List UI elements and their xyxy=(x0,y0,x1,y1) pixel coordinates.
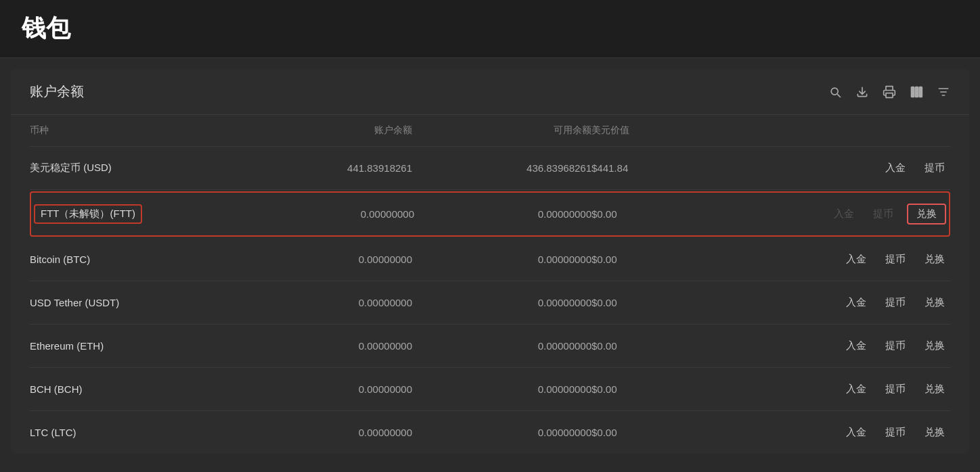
svg-rect-2 xyxy=(915,87,918,97)
exchange-button-eth[interactable]: 兑换 xyxy=(919,337,950,355)
usd-value-ftt: $0.00 xyxy=(592,208,769,220)
svg-rect-1 xyxy=(912,87,914,97)
withdraw-button-eth[interactable]: 提币 xyxy=(880,337,911,355)
available-bch: 0.00000000 xyxy=(412,383,592,395)
table-row-ltc: LTC (LTC) 0.00000000 0.00000000 $0.00 入金… xyxy=(30,411,950,454)
search-icon[interactable] xyxy=(828,85,842,99)
col-header-available: 可用余额 xyxy=(412,124,592,137)
deposit-button-eth[interactable]: 入金 xyxy=(841,337,872,355)
page-title: 钱包 xyxy=(22,12,958,45)
exchange-button-ltc[interactable]: 兑换 xyxy=(919,423,950,442)
columns-icon[interactable] xyxy=(910,85,923,99)
balance-usd: 441.83918261 xyxy=(233,162,412,174)
svg-rect-3 xyxy=(919,87,922,97)
balance-eth: 0.00000000 xyxy=(233,340,412,352)
exchange-button-usdt[interactable]: 兑换 xyxy=(919,293,950,312)
section-header: 账户余额 xyxy=(11,69,969,115)
filter-icon[interactable] xyxy=(937,85,950,99)
deposit-button-usd[interactable]: 入金 xyxy=(880,159,911,177)
withdraw-button-usdt[interactable]: 提币 xyxy=(880,293,911,312)
currency-name-eth: Ethereum (ETH) xyxy=(30,340,233,352)
currency-name-usd: 美元稳定币 (USD) xyxy=(30,162,233,174)
section-title: 账户余额 xyxy=(30,82,84,101)
col-header-currency: 币种 xyxy=(30,124,233,137)
table-row: 美元稳定币 (USD) 441.83918261 436.83968261 $4… xyxy=(30,147,950,190)
deposit-button-btc[interactable]: 入金 xyxy=(841,250,872,268)
page-header: 钱包 xyxy=(0,0,980,58)
usd-value-bch: $0.00 xyxy=(592,383,771,395)
col-header-usd: 美元价值 xyxy=(592,124,771,137)
usd-value-ltc: $0.00 xyxy=(592,427,771,438)
balance-usdt: 0.00000000 xyxy=(233,297,412,308)
actions-btc: 入金 提币 兑换 xyxy=(771,250,950,268)
available-eth: 0.00000000 xyxy=(412,340,592,352)
currency-name-bch: BCH (BCH) xyxy=(30,383,233,395)
deposit-button-ltc[interactable]: 入金 xyxy=(841,423,872,442)
table-row-bch: BCH (BCH) 0.00000000 0.00000000 $0.00 入金… xyxy=(30,368,950,411)
usd-value-btc: $0.00 xyxy=(592,254,771,265)
balance-ftt: 0.00000000 xyxy=(237,208,414,220)
col-header-balance: 账户余额 xyxy=(233,124,412,137)
main-content: 账户余额 xyxy=(11,69,969,454)
svg-rect-0 xyxy=(886,93,893,97)
actions-ltc: 入金 提币 兑换 xyxy=(771,423,950,442)
download-icon[interactable] xyxy=(855,85,869,99)
table-row-btc: Bitcoin (BTC) 0.00000000 0.00000000 $0.0… xyxy=(30,238,950,281)
actions-eth: 入金 提币 兑换 xyxy=(771,337,950,355)
deposit-button-usdt[interactable]: 入金 xyxy=(841,293,872,312)
actions-usdt: 入金 提币 兑换 xyxy=(771,293,950,312)
currency-name-ltc: LTC (LTC) xyxy=(30,427,233,438)
table-row-ftt: FTT（未解锁）(FTT) 0.00000000 0.00000000 $0.0… xyxy=(30,191,950,237)
withdraw-button-btc[interactable]: 提币 xyxy=(880,250,911,268)
toolbar-icons xyxy=(828,85,950,99)
withdraw-button-bch[interactable]: 提币 xyxy=(880,380,911,398)
table-row-eth: Ethereum (ETH) 0.00000000 0.00000000 $0.… xyxy=(30,325,950,368)
exchange-button-bch[interactable]: 兑换 xyxy=(919,380,950,398)
available-btc: 0.00000000 xyxy=(412,254,592,265)
withdraw-button-usd[interactable]: 提币 xyxy=(919,159,950,177)
deposit-button-ftt: 入金 xyxy=(828,205,860,223)
balance-btc: 0.00000000 xyxy=(233,254,412,265)
actions-usd: 入金 提币 xyxy=(771,159,950,177)
currency-name-btc: Bitcoin (BTC) xyxy=(30,254,233,265)
currency-name-usdt: USD Tether (USDT) xyxy=(30,297,233,308)
balance-ltc: 0.00000000 xyxy=(233,427,412,438)
available-usd: 436.83968261 xyxy=(412,162,592,174)
exchange-button-btc[interactable]: 兑换 xyxy=(919,250,950,268)
available-ftt: 0.00000000 xyxy=(414,208,592,220)
available-ltc: 0.00000000 xyxy=(412,427,592,438)
usd-value-usdt: $0.00 xyxy=(592,297,771,308)
table-container: 币种 账户余额 可用余额 美元价值 美元稳定币 (USD) 441.839182… xyxy=(11,115,969,454)
table-column-headers: 币种 账户余额 可用余额 美元价值 xyxy=(30,115,950,147)
actions-ftt: 入金 提币 兑换 xyxy=(769,204,946,225)
withdraw-button-ftt: 提币 xyxy=(868,205,899,223)
deposit-button-bch[interactable]: 入金 xyxy=(841,380,872,398)
available-usdt: 0.00000000 xyxy=(412,297,592,308)
balance-bch: 0.00000000 xyxy=(233,383,412,395)
print-icon[interactable] xyxy=(883,85,896,99)
usd-value-eth: $0.00 xyxy=(592,340,771,352)
table-row-usdt: USD Tether (USDT) 0.00000000 0.00000000 … xyxy=(30,281,950,325)
exchange-button-ftt[interactable]: 兑换 xyxy=(907,204,946,225)
usd-value-usd: $441.84 xyxy=(592,162,771,174)
col-header-actions xyxy=(771,124,950,137)
withdraw-button-ltc[interactable]: 提币 xyxy=(880,423,911,442)
actions-bch: 入金 提币 兑换 xyxy=(771,380,950,398)
currency-name-ftt: FTT（未解锁）(FTT) xyxy=(34,204,237,224)
